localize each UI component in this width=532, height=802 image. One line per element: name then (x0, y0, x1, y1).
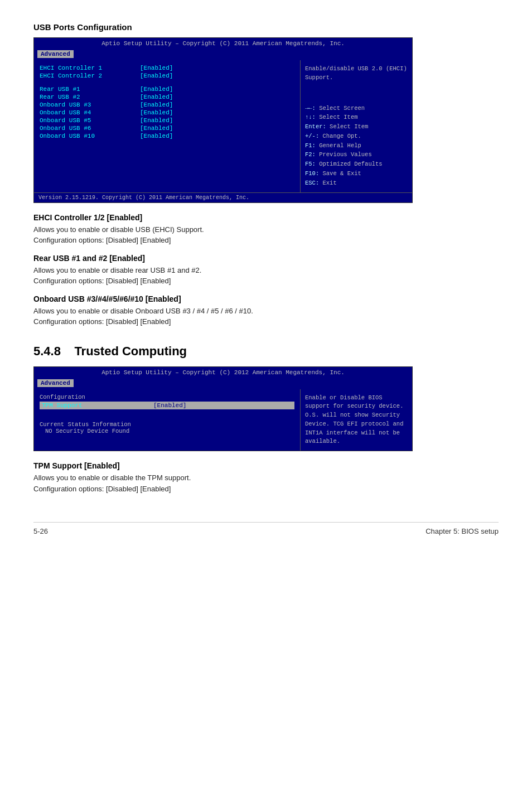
usb-onboard6-row: Onboard USB #6 [Enabled] (40, 125, 294, 132)
key-f2: F2: Previous Values (305, 150, 408, 160)
usb-bios-content: EHCI Controller 1 [Enabled] EHCI Control… (34, 60, 412, 192)
usb-ehci1-label: EHCI Controller 1 (40, 65, 140, 71)
usb-rear2-label: Rear USB #2 (40, 94, 140, 100)
trusted-tpm-label: TPM Support (40, 402, 151, 409)
key-plusminus: +/-: Change Opt. (305, 132, 408, 141)
trusted-bios-content: Configuration TPM Support [Enabled] Curr… (34, 389, 412, 451)
usb-bios-sidebar: Enable/disable USB 2.0 (EHCI) Support. →… (301, 60, 412, 192)
usb-onboard6-value[interactable]: [Enabled] (140, 125, 173, 132)
usb-onboard10-value[interactable]: [Enabled] (140, 133, 173, 139)
tpm-subsection-title: TPM Support [Enabled] (33, 461, 499, 470)
usb-onboard3-label: Onboard USB #3 (40, 102, 140, 108)
usb-onboard10-row: Onboard USB #10 [Enabled] (40, 133, 294, 139)
trusted-chapter-label: 5.4.8 (33, 344, 61, 358)
usb-onboard5-value[interactable]: [Enabled] (140, 117, 173, 124)
trusted-main: Configuration TPM Support [Enabled] Curr… (34, 389, 301, 451)
usb-ehci1-row: EHCI Controller 1 [Enabled] (40, 65, 294, 71)
usb-ehci2-label: EHCI Controller 2 (40, 73, 140, 79)
usb-help-text: Enable/disable USB 2.0 (EHCI) Support. (305, 65, 408, 83)
trusted-section: 5.4.8 Trusted Computing Aptio Setup Util… (33, 344, 499, 495)
usb-onboard3-value[interactable]: [Enabled] (140, 102, 173, 108)
usb-bios-footer: Version 2.15.1219. Copyright (C) 2011 Am… (34, 192, 412, 202)
trusted-no-device: NO Security Device Found (40, 428, 294, 434)
key-updown: ↑↓: Select Item (305, 113, 408, 122)
page-footer: 5-26 Chapter 5: BIOS setup (33, 522, 499, 535)
rear-usb-title: Rear USB #1 and #2 [Enabled] (33, 254, 499, 263)
tpm-desc2: Configuration options: [Disabled] [Enabl… (33, 484, 499, 495)
usb-rear1-row: Rear USB #1 [Enabled] (40, 86, 294, 93)
key-enter: Enter: Select Item (305, 122, 408, 132)
tpm-subsection: TPM Support [Enabled] Allows you to enab… (33, 461, 499, 494)
footer-page-number: 5-26 (33, 527, 48, 535)
usb-bios-keys: →←: Select Screen ↑↓: Select Item Enter:… (305, 104, 408, 188)
key-f1: F1: General Help (305, 141, 408, 151)
onboard-usb-title: Onboard USB #3/#4/#5/#6/#10 [Enabled] (33, 294, 499, 303)
key-f10: F10: Save & Exit (305, 169, 408, 178)
tpm-desc1: Allows you to enable or disable the TPM … (33, 472, 499, 484)
usb-bios-header: Aptio Setup Utility – Copyright (C) 2011… (34, 38, 412, 49)
key-arrows: →←: Select Screen (305, 104, 408, 113)
ehci-subsection-title: EHCI Controller 1/2 [Enabled] (33, 213, 499, 222)
trusted-bios-header: Aptio Setup Utility – Copyright (C) 2012… (34, 367, 412, 378)
trusted-chapter-title: Trusted Computing (74, 344, 187, 358)
onboard-usb-desc1: Allows you to enable or disable Onboard … (33, 306, 499, 317)
usb-ehci1-value[interactable]: [Enabled] (140, 65, 173, 71)
ehci-desc1: Allows you to enable or disable USB (EHC… (33, 224, 499, 235)
usb-onboard6-label: Onboard USB #6 (40, 125, 140, 132)
usb-rear1-value[interactable]: [Enabled] (140, 86, 173, 93)
trusted-bios-box: Aptio Setup Utility – Copyright (C) 2012… (33, 366, 413, 452)
footer-chapter-label: Chapter 5: BIOS setup (425, 527, 499, 535)
ehci-desc2: Configuration options: [Disabled] [Enabl… (33, 235, 499, 246)
key-f5: F5: Optimized Defaults (305, 160, 408, 169)
rear-usb-subsection: Rear USB #1 and #2 [Enabled] Allows you … (33, 254, 499, 287)
usb-onboard3-row: Onboard USB #3 [Enabled] (40, 102, 294, 108)
usb-bios-main: EHCI Controller 1 [Enabled] EHCI Control… (34, 60, 301, 192)
usb-onboard10-label: Onboard USB #10 (40, 133, 140, 139)
rear-usb-desc1: Allows you to enable or disable rear USB… (33, 265, 499, 276)
trusted-advanced-tab[interactable]: Advanced (37, 379, 74, 387)
usb-section: USB Ports Configuration Aptio Setup Util… (33, 22, 499, 327)
usb-onboard5-label: Onboard USB #5 (40, 117, 140, 124)
key-esc: ESC: Exit (305, 178, 408, 188)
usb-rear2-row: Rear USB #2 [Enabled] (40, 94, 294, 100)
trusted-tpm-row[interactable]: TPM Support [Enabled] (40, 402, 294, 409)
usb-onboard4-value[interactable]: [Enabled] (140, 109, 173, 116)
trusted-config-label: Configuration (40, 394, 294, 400)
trusted-tab-row: Advanced (34, 378, 412, 389)
usb-ehci2-value[interactable]: [Enabled] (140, 73, 173, 79)
usb-onboard4-label: Onboard USB #4 (40, 109, 140, 116)
trusted-tpm-value[interactable]: [Enabled] (151, 402, 188, 409)
usb-ehci2-row: EHCI Controller 2 [Enabled] (40, 73, 294, 79)
usb-onboard4-row: Onboard USB #4 [Enabled] (40, 109, 294, 116)
trusted-bios-sidebar: Enable or Disable BIOS support for secur… (301, 389, 412, 451)
usb-bios-box: Aptio Setup Utility – Copyright (C) 2011… (33, 37, 413, 203)
trusted-section-title: 5.4.8 Trusted Computing (33, 344, 499, 359)
usb-tab-row: Advanced (34, 49, 412, 60)
usb-section-title: USB Ports Configuration (33, 22, 499, 32)
usb-rear1-label: Rear USB #1 (40, 86, 140, 93)
usb-rear2-value[interactable]: [Enabled] (140, 94, 173, 100)
rear-usb-desc2: Configuration options: [Disabled] [Enabl… (33, 276, 499, 287)
onboard-usb-subsection: Onboard USB #3/#4/#5/#6/#10 [Enabled] Al… (33, 294, 499, 327)
ehci-subsection: EHCI Controller 1/2 [Enabled] Allows you… (33, 213, 499, 246)
onboard-usb-desc2: Configuration options: [Disabled] [Enabl… (33, 316, 499, 327)
trusted-cur-status: Current Status Information (40, 421, 294, 428)
usb-advanced-tab[interactable]: Advanced (37, 50, 74, 58)
trusted-help-text: Enable or Disable BIOS support for secur… (305, 394, 408, 447)
usb-onboard5-row: Onboard USB #5 [Enabled] (40, 117, 294, 124)
